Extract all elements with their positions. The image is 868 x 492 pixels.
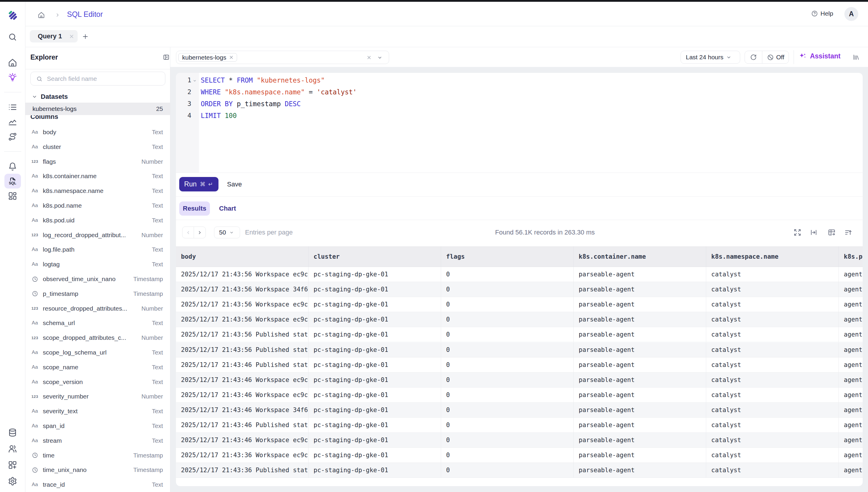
rail-item-users[interactable] bbox=[4, 441, 21, 456]
home-icon[interactable] bbox=[38, 11, 45, 19]
time-range-button[interactable]: Last 24 hours bbox=[681, 51, 740, 64]
rail-item-dashboard[interactable] bbox=[4, 189, 21, 203]
column-header-k8s.namespace.name[interactable]: k8s.namespace.name bbox=[706, 246, 839, 267]
table-row[interactable]: 2025/12/17 21:43:56 Workspace ec9c9pc-st… bbox=[176, 312, 863, 327]
column-type: Text bbox=[152, 261, 163, 268]
column-item[interactable]: Aascope_versionText bbox=[25, 375, 170, 389]
dataset-item-kubernetes-logs[interactable]: kubernetes-logs 25 bbox=[25, 103, 170, 115]
refresh-icon[interactable] bbox=[750, 54, 757, 60]
column-header-k8s.container.name[interactable]: k8s.container.name bbox=[573, 246, 706, 267]
table-row[interactable]: 2025/12/17 21:43:46 Workspace 34f66pc-st… bbox=[176, 403, 863, 418]
table-cell: pc-staging-dp-gke-01 bbox=[308, 403, 441, 417]
table-cell: 2025/12/17 21:43:56 Workspace ec9c9 bbox=[176, 297, 308, 312]
collapse-panel-icon[interactable] bbox=[163, 54, 169, 60]
datasets-section-header[interactable]: Datasets bbox=[32, 93, 68, 101]
table-row[interactable]: 2025/12/17 21:43:56 Published statupc-st… bbox=[176, 327, 863, 342]
tab-query-1[interactable]: Query 1 bbox=[30, 30, 78, 43]
app-logo[interactable] bbox=[7, 10, 18, 21]
sql-editor[interactable]: 1234 SELECT * FROM "kubernetes-logs"WHER… bbox=[176, 73, 863, 173]
column-header-k8s.po[interactable]: k8s.po bbox=[839, 246, 863, 267]
table-row[interactable]: 2025/12/17 21:43:46 Published statupc-st… bbox=[176, 418, 863, 433]
table-row[interactable]: 2025/12/17 21:43:46 Workspace ec9c9pc-st… bbox=[176, 433, 863, 448]
column-item[interactable]: Aaschema_urlText bbox=[25, 316, 170, 330]
help-icon bbox=[811, 10, 818, 17]
assistant-button[interactable]: Assistant bbox=[799, 52, 841, 60]
column-item[interactable]: 123severity_numberNumber bbox=[25, 389, 170, 404]
rail-item-database[interactable] bbox=[4, 425, 21, 440]
table-row[interactable]: 2025/12/17 21:43:56 Published statupc-st… bbox=[176, 342, 863, 358]
page-size-select[interactable]: 50 bbox=[214, 226, 240, 238]
column-header-cluster[interactable]: cluster bbox=[308, 246, 441, 267]
table-row[interactable]: 2025/12/17 21:43:36 Published statupc-st… bbox=[176, 463, 863, 478]
add-tab-button[interactable] bbox=[82, 33, 89, 40]
next-page-icon[interactable] bbox=[194, 227, 206, 238]
column-header-flags[interactable]: flags bbox=[441, 246, 573, 267]
column-item[interactable]: Aak8s.namespace.nameText bbox=[25, 183, 170, 198]
table-row[interactable]: 2025/12/17 21:43:46 Workspace ec9c9pc-st… bbox=[176, 372, 863, 388]
column-item[interactable]: Aaseverity_textText bbox=[25, 404, 170, 419]
column-item[interactable]: p_timestampTimestamp bbox=[25, 287, 170, 301]
table-row[interactable]: 2025/12/17 21:43:36 Workspace ec9c9pc-st… bbox=[176, 448, 863, 463]
table-row[interactable]: 2025/12/17 21:43:56 Workspace ec9c9pc-st… bbox=[176, 297, 863, 312]
rail-item-home[interactable] bbox=[4, 55, 21, 70]
column-name: k8s.pod.uid bbox=[43, 217, 74, 224]
table-row[interactable]: 2025/12/17 21:43:46 Workspace ec9c9pc-st… bbox=[176, 388, 863, 403]
column-item[interactable]: 123scope_dropped_attributes_c...Number bbox=[25, 330, 170, 345]
column-item[interactable]: AabodyText bbox=[25, 125, 170, 140]
table-row[interactable]: 2025/12/17 21:43:56 Workspace 34f66pc-st… bbox=[176, 282, 863, 297]
table-cell: parseable-agent bbox=[573, 282, 706, 297]
tab-results[interactable]: Results bbox=[179, 201, 210, 216]
prev-page-icon[interactable] bbox=[183, 227, 194, 238]
column-item[interactable]: Aak8s.pod.uidText bbox=[25, 213, 170, 228]
save-button[interactable]: Save bbox=[227, 177, 242, 192]
column-item[interactable]: 123log_record_dropped_attribut...Number bbox=[25, 228, 170, 243]
field-search-input[interactable]: Search field name bbox=[30, 72, 165, 85]
column-item[interactable]: 123flagsNumber bbox=[25, 154, 170, 169]
rail-item-settings[interactable] bbox=[4, 474, 21, 489]
column-name: scope_log_schema_url bbox=[43, 349, 107, 356]
table-export-icon[interactable] bbox=[828, 228, 836, 236]
column-item[interactable]: Aatrace_idText bbox=[25, 477, 170, 492]
table-cell: parseable-agent bbox=[573, 267, 706, 282]
rail-item-chart[interactable] bbox=[4, 115, 21, 129]
expand-icon[interactable] bbox=[794, 228, 801, 236]
column-item[interactable]: AaclusterText bbox=[25, 140, 170, 154]
column-item[interactable]: 123resource_dropped_attributes...Number bbox=[25, 301, 170, 316]
column-header-body[interactable]: body bbox=[176, 246, 308, 267]
clear-selection-icon[interactable] bbox=[367, 55, 372, 60]
sort-columns-icon[interactable] bbox=[844, 228, 852, 236]
column-item[interactable]: Aascope_nameText bbox=[25, 360, 170, 375]
dataset-chip-remove-icon[interactable] bbox=[229, 55, 234, 60]
fold-chevron-icon[interactable] bbox=[192, 78, 197, 83]
rail-item-search[interactable] bbox=[4, 29, 21, 44]
column-item[interactable]: Aaspan_idText bbox=[25, 419, 170, 433]
tab-chart[interactable]: Chart bbox=[219, 201, 236, 216]
column-item[interactable]: AastreamText bbox=[25, 433, 170, 448]
column-item[interactable]: Aak8s.container.nameText bbox=[25, 169, 170, 183]
column-item[interactable]: observed_time_unix_nanoTimestamp bbox=[25, 272, 170, 287]
table-row[interactable]: 2025/12/17 21:43:46 Published statupc-st… bbox=[176, 358, 863, 372]
rail-item-list[interactable] bbox=[4, 100, 21, 115]
help-button[interactable]: Help bbox=[811, 10, 833, 17]
column-item[interactable]: time_unix_nanoTimestamp bbox=[25, 463, 170, 477]
column-item[interactable]: timeTimestamp bbox=[25, 448, 170, 463]
table-cell: 2025/12/17 21:43:36 Published statu bbox=[176, 463, 308, 477]
live-tail-toggle[interactable]: Off bbox=[767, 54, 784, 61]
column-item[interactable]: Aascope_log_schema_urlText bbox=[25, 345, 170, 360]
chevron-down-icon[interactable] bbox=[377, 55, 382, 60]
run-button[interactable]: Run ⌘ ↵ bbox=[179, 177, 218, 192]
rail-item-route[interactable] bbox=[4, 129, 21, 144]
wrap-text-icon[interactable] bbox=[810, 228, 818, 236]
rail-item-sql-file[interactable]: SQL bbox=[4, 174, 21, 189]
table-row[interactable]: 2025/12/17 21:43:56 Workspace ec9c9pc-st… bbox=[176, 267, 863, 282]
avatar[interactable]: A bbox=[844, 7, 858, 21]
column-item[interactable]: AalogtagText bbox=[25, 257, 170, 272]
column-item[interactable]: Aak8s.pod.nameText bbox=[25, 198, 170, 213]
tab-close-icon[interactable] bbox=[69, 34, 74, 39]
rail-item-lightbulb[interactable] bbox=[4, 70, 21, 85]
rail-item-grid-plus[interactable] bbox=[4, 458, 21, 472]
saved-queries-icon[interactable] bbox=[853, 54, 860, 61]
dataset-select[interactable]: kubernetes-logs bbox=[176, 51, 389, 64]
column-item[interactable]: Aalog.file.pathText bbox=[25, 242, 170, 257]
rail-item-bell[interactable] bbox=[4, 159, 21, 174]
